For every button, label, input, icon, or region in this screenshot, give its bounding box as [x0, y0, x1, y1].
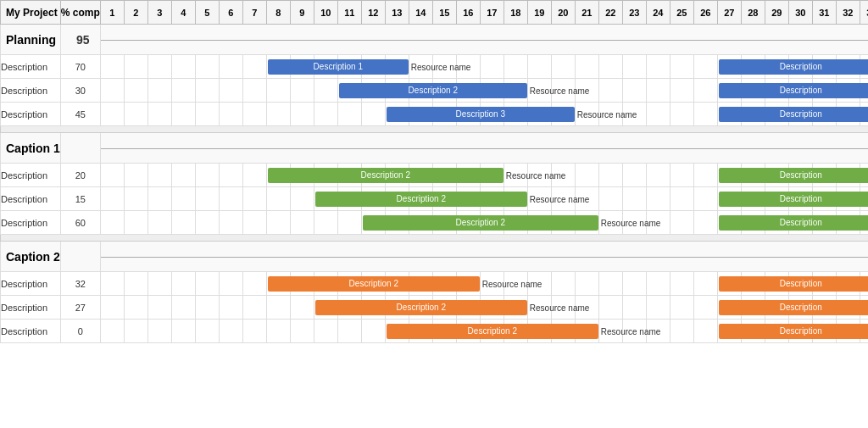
gantt-cell [551, 320, 575, 343]
gantt-cell [195, 103, 219, 126]
col-header-week: 11 [337, 1, 361, 25]
gantt-cell [622, 296, 646, 320]
gantt-cell [195, 187, 219, 211]
col-header-week: 33 [860, 1, 868, 25]
gantt-cell [693, 187, 717, 211]
gantt-cell [124, 103, 147, 126]
col-header-week: 18 [504, 1, 527, 25]
task-name: Description [1, 320, 61, 343]
gantt-cell [147, 272, 171, 296]
section-timeline [100, 25, 868, 55]
gantt-cell [456, 272, 480, 296]
gantt-cell [337, 320, 361, 343]
gantt-cell [147, 320, 171, 343]
gantt-cell [693, 320, 717, 343]
gantt-cell [622, 211, 646, 235]
gantt-cell [219, 272, 242, 296]
gantt-cell [646, 272, 670, 296]
task-pct: 70 [60, 55, 100, 79]
gantt-cell: Description 3Resource name [385, 103, 409, 126]
col-header-week: 25 [670, 1, 693, 25]
gantt-cell [480, 320, 504, 343]
gantt-cell [219, 187, 242, 211]
gantt-cell [290, 103, 314, 126]
task-pct: 45 [60, 103, 100, 126]
gantt-cell [195, 272, 219, 296]
gantt-cell [195, 320, 219, 343]
gantt-cell [598, 103, 622, 126]
gantt-cell [171, 79, 195, 103]
gantt-cell [337, 55, 361, 79]
gantt-cell [836, 296, 860, 320]
gantt-cell [575, 272, 598, 296]
col-header-week: 21 [575, 1, 598, 25]
gantt-cell [242, 164, 266, 187]
gantt-cell [147, 187, 171, 211]
gantt-cell [409, 187, 432, 211]
gantt-cell [646, 164, 670, 187]
col-header-week: 30 [788, 1, 812, 25]
gantt-cell [361, 320, 385, 343]
gantt-cell [646, 103, 670, 126]
gantt-cell [788, 211, 812, 235]
gantt-cell [409, 103, 432, 126]
gantt-cell [812, 55, 836, 79]
task-name: Description [1, 55, 61, 79]
gantt-cell [314, 320, 337, 343]
gantt-cell [219, 79, 242, 103]
gantt-cell [195, 211, 219, 235]
task-pct: 0 [60, 320, 100, 343]
gantt-cell [456, 211, 480, 235]
gantt-cell [788, 296, 812, 320]
gantt-cell [693, 272, 717, 296]
gantt-cell [598, 79, 622, 103]
gantt-cell [361, 164, 385, 187]
col-header-project: My Project [1, 1, 61, 25]
gantt-cell [551, 164, 575, 187]
gantt-cell [504, 187, 527, 211]
gantt-cell [147, 296, 171, 320]
gantt-cell [337, 164, 361, 187]
gantt-cell [456, 164, 480, 187]
gantt-cell [195, 296, 219, 320]
gantt-cell [385, 296, 409, 320]
gantt-cell [741, 55, 765, 79]
gantt-cell [741, 320, 765, 343]
gantt-cell [337, 272, 361, 296]
gantt-cell [812, 320, 836, 343]
gantt-cell [527, 296, 551, 320]
task-pct: 20 [60, 164, 100, 187]
gantt-cell [432, 296, 456, 320]
gantt-cell [480, 272, 504, 296]
gantt-cell [242, 79, 266, 103]
gantt-cell [527, 320, 551, 343]
gantt-cell [575, 164, 598, 187]
gantt-cell [575, 211, 598, 235]
gantt-cell [171, 187, 195, 211]
gantt-cell [409, 211, 432, 235]
gantt-cell [670, 272, 693, 296]
gantt-cell [361, 79, 385, 103]
gantt-cell [171, 320, 195, 343]
gantt-cell [504, 320, 527, 343]
gantt-cell [670, 187, 693, 211]
col-header-week: 13 [385, 1, 409, 25]
gantt-cell [527, 103, 551, 126]
gantt-cell [171, 296, 195, 320]
gantt-cell [741, 272, 765, 296]
gantt-cell [693, 103, 717, 126]
col-header-week: 20 [551, 1, 575, 25]
gantt-cell [598, 187, 622, 211]
gantt-cell [836, 320, 860, 343]
col-header-week: 16 [456, 1, 480, 25]
gantt-cell [646, 320, 670, 343]
gantt-cell [314, 211, 337, 235]
gantt-cell [598, 211, 622, 235]
gantt-cell [670, 164, 693, 187]
gantt-cell [290, 79, 314, 103]
gantt-cell [788, 320, 812, 343]
gantt-cell [171, 55, 195, 79]
gantt-cell [361, 103, 385, 126]
gantt-cell [836, 211, 860, 235]
gantt-cell [124, 296, 147, 320]
